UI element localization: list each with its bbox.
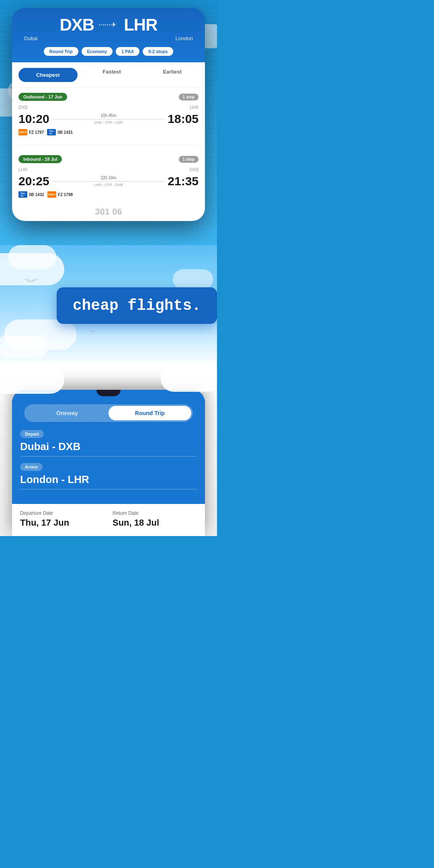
stops-filter[interactable]: 0-2 stops (143, 47, 173, 56)
phone-frame-top: DXB ✈ LHR Dubai London Round Trip Eco (12, 8, 205, 221)
outbound-flight-section: Outbound - 17 Jun 1 stop DXB LHR 10:20 1… (12, 88, 205, 140)
outbound-from: DXB (18, 105, 28, 110)
search-form: Depart Dubai - DXB Arrive London - LHR (12, 422, 205, 504)
top-section: DXB ✈ LHR Dubai London Round Trip Eco (0, 8, 217, 245)
blue-logo-2: BlueAir (18, 191, 27, 198)
outbound-depart-time: 10:20 (18, 112, 49, 126)
inbound-stops: 1 stop (179, 156, 199, 163)
outbound-header: Outbound - 17 Jun 1 stop (18, 93, 199, 101)
outbound-badge: Outbound - 17 Jun (18, 93, 67, 101)
passengers-filter[interactable]: 1 PAX (116, 47, 139, 56)
route-header: DXB ✈ LHR Dubai London Round Trip Eco (12, 8, 205, 62)
tab-fastest[interactable]: Fastest (82, 65, 141, 85)
to-airport-code: LHR (124, 15, 157, 35)
results-area: Cheapest Fastest Earliest Outbound - 17 … (12, 62, 205, 221)
inbound-arrive-time: 21:35 (168, 174, 199, 188)
blue-logo-1: BlueAir (47, 129, 56, 135)
arrive-value: London - LHR (20, 473, 197, 489)
tab-cheapest[interactable]: Cheapest (18, 68, 78, 82)
phone-frame-bottom: Oneway Round Trip Depart Dubai - DXB Arr… (12, 390, 205, 536)
cabin-filter[interactable]: Economy (82, 47, 113, 56)
outbound-airline1-code: FZ 1797 (29, 130, 44, 135)
departure-date-label: Departure Date (20, 510, 104, 516)
plane-arrow: ✈ (99, 21, 119, 29)
inbound-duration: 22h 10m (53, 176, 165, 180)
inbound-duration-section: 22h 10m LHR - OTP - DXB (49, 176, 168, 187)
outbound-airline1: dubai FZ 1797 (18, 129, 44, 135)
inbound-airline1-code: 0B 1432 (29, 192, 44, 197)
round-trip-option[interactable]: Round Trip (108, 406, 191, 420)
middle-section: cheap flights. (0, 245, 217, 366)
tab-bar: Cheapest Fastest Earliest (12, 62, 205, 88)
phone-screen-bottom: Oneway Round Trip Depart Dubai - DXB Arr… (12, 390, 205, 536)
bottom-section: Oneway Round Trip Depart Dubai - DXB Arr… (0, 366, 217, 536)
inbound-header: Inbound - 18 Jul 1 stop (18, 155, 199, 163)
arrive-field[interactable]: Arrive London - LHR (20, 463, 197, 489)
from-airport-code: DXB (59, 15, 94, 35)
inbound-route: LHR DXB (18, 167, 199, 172)
inbound-badge: Inbound - 18 Jul (18, 155, 62, 163)
cheap-flights-text: cheap flights. (73, 297, 201, 314)
inbound-from: LHR (18, 167, 27, 172)
dubai-logo-2: dubai (47, 191, 56, 198)
outbound-to: LHR (190, 105, 199, 110)
inbound-airline2: dubai FZ 1798 (47, 191, 73, 198)
to-city: London (176, 35, 193, 41)
arrive-label: Arrive (20, 463, 43, 471)
outbound-airline2-code: 0B 1431 (57, 130, 73, 135)
inbound-path: LHR - OTP - DXB (53, 183, 165, 187)
return-date-label: Return Date (113, 510, 197, 516)
outbound-airlines: dubai FZ 1797 BlueAir 0B 1431 (18, 129, 199, 135)
outbound-duration-section: 10h 45m DXB - OTP - LHR (49, 113, 168, 125)
tab-earliest[interactable]: Earliest (143, 65, 202, 85)
departure-date-field[interactable]: Departure Date Thu, 17 Jun (20, 510, 104, 528)
route-airports: DXB ✈ LHR (20, 15, 197, 35)
inbound-times: 20:25 22h 10m LHR - OTP - DXB 21:35 (18, 174, 199, 188)
outbound-times: 10:20 10h 45m DXB - OTP - LHR 18:05 (18, 112, 199, 126)
return-date-field[interactable]: Return Date Sun, 18 Jul (113, 510, 197, 528)
departure-date-value: Thu, 17 Jun (20, 518, 104, 528)
outbound-arrive-time: 18:05 (168, 112, 199, 126)
trip-type-filter[interactable]: Round Trip (44, 47, 78, 56)
cheap-flights-container: cheap flights. (57, 287, 217, 324)
outbound-route: DXB LHR (18, 105, 199, 110)
section-divider (18, 145, 199, 145)
inbound-to: DXB (189, 167, 199, 172)
return-date-value: Sun, 18 Jul (113, 518, 197, 528)
phone-screen-top: DXB ✈ LHR Dubai London Round Trip Eco (12, 8, 205, 221)
depart-field[interactable]: Depart Dubai - DXB (20, 430, 197, 457)
trip-toggle[interactable]: Oneway Round Trip (24, 404, 193, 422)
outbound-duration: 10h 45m (53, 113, 165, 118)
filters-row: Round Trip Economy 1 PAX 0-2 stops (20, 47, 197, 62)
outbound-path: DXB - OTP - LHR (53, 121, 165, 125)
oneway-option[interactable]: Oneway (26, 406, 108, 420)
airport-cities: Dubai London (20, 35, 197, 41)
depart-value: Dubai - DXB (20, 440, 197, 457)
inbound-depart-time: 20:25 (18, 174, 49, 188)
outbound-airline2: BlueAir 0B 1431 (47, 129, 73, 135)
dubai-logo-1: dubai (18, 129, 27, 135)
from-city: Dubai (24, 35, 38, 41)
inbound-airline2-code: FZ 1798 (58, 192, 73, 197)
outbound-stops: 1 stop (179, 94, 199, 100)
inbound-flight-section: Inbound - 18 Jul 1 stop LHR DXB 20:25 22… (12, 150, 205, 203)
cheap-flights-box: cheap flights. (57, 287, 217, 324)
inbound-airlines: BlueAir 0B 1432 dubai FZ 1798 (18, 191, 199, 198)
svg-text:✈: ✈ (111, 21, 116, 28)
price-peek: 301 06 (12, 203, 205, 221)
dates-row: Departure Date Thu, 17 Jun Return Date S… (12, 504, 205, 536)
inbound-airline1: BlueAir 0B 1432 (18, 191, 44, 198)
phone-notch (96, 390, 121, 396)
depart-label: Depart (20, 430, 44, 438)
